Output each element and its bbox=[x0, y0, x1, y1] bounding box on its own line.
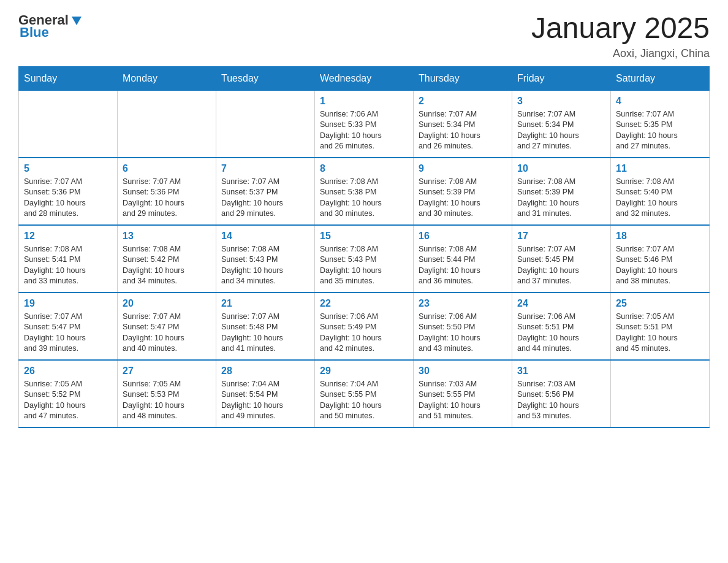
calendar-cell: 29Sunrise: 7:04 AM Sunset: 5:55 PM Dayli… bbox=[315, 360, 414, 427]
day-info: Sunrise: 7:05 AM Sunset: 5:53 PM Dayligh… bbox=[123, 379, 211, 422]
calendar-cell: 23Sunrise: 7:06 AM Sunset: 5:50 PM Dayli… bbox=[414, 293, 512, 360]
day-number: 6 bbox=[123, 163, 211, 174]
day-number: 4 bbox=[616, 96, 704, 107]
header-wednesday: Wednesday bbox=[315, 66, 414, 90]
day-number: 1 bbox=[320, 96, 408, 107]
calendar-cell: 18Sunrise: 7:07 AM Sunset: 5:46 PM Dayli… bbox=[611, 225, 710, 293]
calendar-cell: 12Sunrise: 7:08 AM Sunset: 5:41 PM Dayli… bbox=[19, 225, 118, 293]
calendar-header-row: SundayMondayTuesdayWednesdayThursdayFrid… bbox=[19, 66, 710, 90]
day-info: Sunrise: 7:06 AM Sunset: 5:49 PM Dayligh… bbox=[320, 312, 408, 354]
calendar-cell: 3Sunrise: 7:07 AM Sunset: 5:34 PM Daylig… bbox=[512, 90, 611, 158]
day-info: Sunrise: 7:07 AM Sunset: 5:45 PM Dayligh… bbox=[517, 244, 605, 287]
logo: General Blue bbox=[18, 12, 83, 40]
calendar-cell: 7Sunrise: 7:07 AM Sunset: 5:37 PM Daylig… bbox=[216, 158, 315, 225]
calendar-cell: 21Sunrise: 7:07 AM Sunset: 5:48 PM Dayli… bbox=[216, 293, 315, 360]
day-info: Sunrise: 7:05 AM Sunset: 5:52 PM Dayligh… bbox=[24, 379, 112, 422]
calendar-cell bbox=[611, 360, 710, 427]
day-number: 25 bbox=[616, 298, 704, 309]
day-number: 24 bbox=[517, 298, 605, 309]
day-number: 8 bbox=[320, 163, 408, 174]
header-sunday: Sunday bbox=[19, 66, 118, 90]
header-saturday: Saturday bbox=[611, 66, 710, 90]
calendar-cell: 10Sunrise: 7:08 AM Sunset: 5:39 PM Dayli… bbox=[512, 158, 611, 225]
page-header: General Blue January 2025 Aoxi, Jiangxi,… bbox=[18, 12, 710, 60]
day-number: 15 bbox=[320, 231, 408, 242]
header-tuesday: Tuesday bbox=[216, 66, 315, 90]
calendar-cell: 20Sunrise: 7:07 AM Sunset: 5:47 PM Dayli… bbox=[118, 293, 216, 360]
day-info: Sunrise: 7:06 AM Sunset: 5:50 PM Dayligh… bbox=[419, 312, 507, 354]
day-info: Sunrise: 7:08 AM Sunset: 5:38 PM Dayligh… bbox=[320, 177, 408, 220]
calendar-cell: 19Sunrise: 7:07 AM Sunset: 5:47 PM Dayli… bbox=[19, 293, 118, 360]
day-info: Sunrise: 7:07 AM Sunset: 5:46 PM Dayligh… bbox=[616, 244, 704, 287]
day-number: 21 bbox=[221, 298, 309, 309]
calendar-cell: 28Sunrise: 7:04 AM Sunset: 5:54 PM Dayli… bbox=[216, 360, 315, 427]
day-info: Sunrise: 7:08 AM Sunset: 5:42 PM Dayligh… bbox=[123, 244, 211, 287]
header-thursday: Thursday bbox=[414, 66, 512, 90]
day-info: Sunrise: 7:07 AM Sunset: 5:37 PM Dayligh… bbox=[221, 177, 309, 220]
calendar-table: SundayMondayTuesdayWednesdayThursdayFrid… bbox=[18, 66, 710, 428]
day-number: 16 bbox=[419, 231, 507, 242]
calendar-cell: 22Sunrise: 7:06 AM Sunset: 5:49 PM Dayli… bbox=[315, 293, 414, 360]
header-monday: Monday bbox=[118, 66, 216, 90]
day-info: Sunrise: 7:07 AM Sunset: 5:36 PM Dayligh… bbox=[123, 177, 211, 220]
calendar-cell: 27Sunrise: 7:05 AM Sunset: 5:53 PM Dayli… bbox=[118, 360, 216, 427]
calendar-cell bbox=[19, 90, 118, 158]
calendar-cell: 15Sunrise: 7:08 AM Sunset: 5:43 PM Dayli… bbox=[315, 225, 414, 293]
calendar-cell bbox=[216, 90, 315, 158]
calendar-cell: 4Sunrise: 7:07 AM Sunset: 5:35 PM Daylig… bbox=[611, 90, 710, 158]
svg-marker-0 bbox=[72, 17, 82, 25]
calendar-cell: 9Sunrise: 7:08 AM Sunset: 5:39 PM Daylig… bbox=[414, 158, 512, 225]
header-friday: Friday bbox=[512, 66, 611, 90]
day-number: 30 bbox=[419, 366, 507, 377]
day-info: Sunrise: 7:07 AM Sunset: 5:47 PM Dayligh… bbox=[24, 312, 112, 354]
day-number: 13 bbox=[123, 231, 211, 242]
calendar-title: January 2025 bbox=[531, 12, 710, 45]
day-info: Sunrise: 7:08 AM Sunset: 5:43 PM Dayligh… bbox=[320, 244, 408, 287]
day-number: 10 bbox=[517, 163, 605, 174]
week-row-2: 5Sunrise: 7:07 AM Sunset: 5:36 PM Daylig… bbox=[19, 158, 710, 225]
day-info: Sunrise: 7:06 AM Sunset: 5:33 PM Dayligh… bbox=[320, 109, 408, 152]
logo-blue: Blue bbox=[20, 25, 49, 40]
day-number: 17 bbox=[517, 231, 605, 242]
calendar-cell: 2Sunrise: 7:07 AM Sunset: 5:34 PM Daylig… bbox=[414, 90, 512, 158]
day-number: 12 bbox=[24, 231, 112, 242]
day-number: 27 bbox=[123, 366, 211, 377]
day-info: Sunrise: 7:07 AM Sunset: 5:48 PM Dayligh… bbox=[221, 312, 309, 354]
day-number: 14 bbox=[221, 231, 309, 242]
day-number: 9 bbox=[419, 163, 507, 174]
day-info: Sunrise: 7:07 AM Sunset: 5:34 PM Dayligh… bbox=[419, 109, 507, 152]
calendar-cell: 24Sunrise: 7:06 AM Sunset: 5:51 PM Dayli… bbox=[512, 293, 611, 360]
day-number: 23 bbox=[419, 298, 507, 309]
day-info: Sunrise: 7:04 AM Sunset: 5:54 PM Dayligh… bbox=[221, 379, 309, 422]
calendar-cell: 16Sunrise: 7:08 AM Sunset: 5:44 PM Dayli… bbox=[414, 225, 512, 293]
week-row-3: 12Sunrise: 7:08 AM Sunset: 5:41 PM Dayli… bbox=[19, 225, 710, 293]
day-number: 29 bbox=[320, 366, 408, 377]
calendar-subtitle: Aoxi, Jiangxi, China bbox=[531, 47, 710, 60]
day-info: Sunrise: 7:08 AM Sunset: 5:39 PM Dayligh… bbox=[419, 177, 507, 220]
day-info: Sunrise: 7:03 AM Sunset: 5:55 PM Dayligh… bbox=[419, 379, 507, 422]
calendar-cell: 26Sunrise: 7:05 AM Sunset: 5:52 PM Dayli… bbox=[19, 360, 118, 427]
day-info: Sunrise: 7:08 AM Sunset: 5:40 PM Dayligh… bbox=[616, 177, 704, 220]
day-number: 18 bbox=[616, 231, 704, 242]
calendar-cell: 8Sunrise: 7:08 AM Sunset: 5:38 PM Daylig… bbox=[315, 158, 414, 225]
day-number: 31 bbox=[517, 366, 605, 377]
calendar-cell: 25Sunrise: 7:05 AM Sunset: 5:51 PM Dayli… bbox=[611, 293, 710, 360]
calendar-cell: 17Sunrise: 7:07 AM Sunset: 5:45 PM Dayli… bbox=[512, 225, 611, 293]
title-block: January 2025 Aoxi, Jiangxi, China bbox=[531, 12, 710, 60]
calendar-cell: 6Sunrise: 7:07 AM Sunset: 5:36 PM Daylig… bbox=[118, 158, 216, 225]
day-info: Sunrise: 7:04 AM Sunset: 5:55 PM Dayligh… bbox=[320, 379, 408, 422]
day-info: Sunrise: 7:06 AM Sunset: 5:51 PM Dayligh… bbox=[517, 312, 605, 354]
calendar-cell: 14Sunrise: 7:08 AM Sunset: 5:43 PM Dayli… bbox=[216, 225, 315, 293]
day-number: 11 bbox=[616, 163, 704, 174]
day-info: Sunrise: 7:08 AM Sunset: 5:43 PM Dayligh… bbox=[221, 244, 309, 287]
calendar-cell bbox=[118, 90, 216, 158]
week-row-5: 26Sunrise: 7:05 AM Sunset: 5:52 PM Dayli… bbox=[19, 360, 710, 427]
day-info: Sunrise: 7:08 AM Sunset: 5:41 PM Dayligh… bbox=[24, 244, 112, 287]
calendar-cell: 13Sunrise: 7:08 AM Sunset: 5:42 PM Dayli… bbox=[118, 225, 216, 293]
day-number: 2 bbox=[419, 96, 507, 107]
day-number: 28 bbox=[221, 366, 309, 377]
day-number: 26 bbox=[24, 366, 112, 377]
day-info: Sunrise: 7:08 AM Sunset: 5:44 PM Dayligh… bbox=[419, 244, 507, 287]
day-number: 19 bbox=[24, 298, 112, 309]
week-row-1: 1Sunrise: 7:06 AM Sunset: 5:33 PM Daylig… bbox=[19, 90, 710, 158]
